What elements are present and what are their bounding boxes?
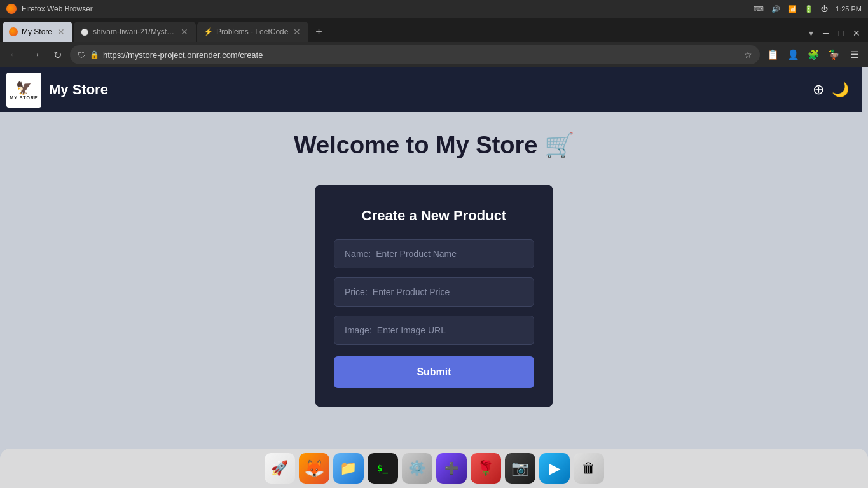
clock: 1:25 PM bbox=[836, 5, 862, 13]
bookmark-star-icon[interactable]: ☆ bbox=[744, 50, 752, 60]
dock-item-magnet[interactable]: ➕ bbox=[436, 453, 467, 484]
header-icons: ⊕ 🌙 bbox=[813, 81, 849, 98]
dock-item-terminal[interactable]: $_ bbox=[368, 453, 398, 484]
tab-bar: My Store ✕ ⚪ shivam-tiwari-21/MystorePro… bbox=[0, 18, 868, 42]
price-label: Price: bbox=[345, 287, 368, 297]
toolbar-icons: 📋 👤 🧩 🦆 ☰ bbox=[764, 46, 863, 64]
tab-mystore-favicon bbox=[9, 27, 18, 36]
tab-leetcode-favicon: ⚡ bbox=[203, 27, 212, 36]
keyboard-icon: ⌨ bbox=[754, 5, 764, 13]
main-content: 🦅 MY STORE My Store ⊕ 🌙 Welcome to My St… bbox=[0, 67, 868, 443]
tab-mystore-title: My Store bbox=[22, 27, 52, 36]
dark-mode-icon[interactable]: 🌙 bbox=[832, 81, 849, 98]
form-card: Create a New Product Name: Price: Image:… bbox=[315, 185, 553, 407]
tab-mystore[interactable]: My Store ✕ bbox=[3, 22, 72, 42]
back-button[interactable]: ← bbox=[5, 46, 23, 64]
name-input[interactable] bbox=[376, 249, 523, 259]
tab-github-favicon: ⚪ bbox=[80, 27, 89, 36]
welcome-title: Welcome to My Store 🛒 bbox=[294, 131, 574, 159]
lock-icon: 🔒 bbox=[90, 50, 99, 59]
maximize-button[interactable]: □ bbox=[835, 27, 848, 39]
shield-icon: 🛡 bbox=[78, 50, 86, 60]
menu-icon[interactable]: ☰ bbox=[845, 46, 863, 64]
pocket-icon[interactable]: 📋 bbox=[764, 46, 782, 64]
dock-item-rocket[interactable]: 🚀 bbox=[265, 453, 295, 484]
price-input[interactable] bbox=[373, 287, 523, 297]
tab-leetcode-title: Problems - LeetCode bbox=[216, 27, 288, 36]
tab-dropdown[interactable]: ▾ bbox=[804, 25, 818, 41]
image-field-container: Image: bbox=[334, 316, 534, 345]
add-product-icon[interactable]: ⊕ bbox=[813, 81, 824, 98]
dock-item-trash[interactable]: 🗑 bbox=[574, 453, 604, 484]
battery-icon: 🔋 bbox=[804, 5, 813, 13]
site-header: 🦅 MY STORE My Store ⊕ 🌙 bbox=[0, 67, 862, 112]
reload-button[interactable]: ↻ bbox=[48, 46, 66, 64]
power-icon: ⏻ bbox=[821, 5, 828, 13]
os-titlebar: Firefox Web Browser ⌨ 🔊 📶 🔋 ⏻ 1:25 PM bbox=[0, 0, 868, 18]
price-field-container: Price: bbox=[334, 277, 534, 307]
account-icon[interactable]: 👤 bbox=[784, 46, 802, 64]
window-controls: ─ □ ✕ bbox=[820, 27, 863, 39]
dock-item-files[interactable]: 📁 bbox=[333, 453, 364, 484]
name-label: Name: bbox=[345, 249, 371, 259]
url-text[interactable]: https://mystore-project.onrender.com/cre… bbox=[103, 50, 740, 60]
dock-item-screenshot[interactable]: 📷 bbox=[505, 453, 535, 484]
minimize-button[interactable]: ─ bbox=[820, 27, 832, 39]
addon-icon[interactable]: 🦆 bbox=[825, 46, 843, 64]
os-app-title: Firefox Web Browser bbox=[22, 4, 748, 13]
tab-github-title: shivam-tiwari-21/MystorePro... bbox=[93, 27, 176, 36]
dock-item-play[interactable]: ▶ bbox=[539, 453, 570, 484]
browser-chrome: My Store ✕ ⚪ shivam-tiwari-21/MystorePro… bbox=[0, 18, 868, 67]
volume-icon: 🔊 bbox=[771, 5, 780, 13]
image-input[interactable] bbox=[377, 325, 523, 335]
close-button[interactable]: ✕ bbox=[850, 27, 863, 39]
site-header-title: My Store bbox=[49, 81, 813, 98]
dock-item-settings[interactable]: ⚙️ bbox=[402, 453, 432, 484]
system-icons: ⌨ 🔊 📶 🔋 ⏻ 1:25 PM bbox=[754, 5, 862, 13]
tab-mystore-close[interactable]: ✕ bbox=[56, 25, 66, 38]
wifi-icon: 📶 bbox=[788, 5, 797, 13]
taskbar: 🚀 🦊 📁 $_ ⚙️ ➕ 🌹 📷 ▶ 🗑 bbox=[0, 449, 868, 488]
firefox-os-icon bbox=[6, 4, 17, 14]
tab-leetcode[interactable]: ⚡ Problems - LeetCode ✕ bbox=[197, 22, 308, 42]
dock-item-app-red[interactable]: 🌹 bbox=[471, 453, 501, 484]
tab-github[interactable]: ⚪ shivam-tiwari-21/MystorePro... ✕ bbox=[74, 22, 196, 42]
logo-bird-icon: 🦅 bbox=[16, 80, 32, 95]
site-logo: 🦅 MY STORE bbox=[6, 73, 41, 108]
forward-button[interactable]: → bbox=[27, 46, 45, 64]
name-field-container: Name: bbox=[334, 239, 534, 268]
image-label: Image: bbox=[345, 325, 372, 335]
tab-github-close[interactable]: ✕ bbox=[179, 25, 189, 38]
tab-leetcode-close[interactable]: ✕ bbox=[292, 25, 302, 38]
new-tab-button[interactable]: + bbox=[310, 23, 327, 41]
address-bar: ← → ↻ 🛡 🔒 https://mystore-project.onrend… bbox=[0, 42, 868, 67]
submit-button[interactable]: Submit bbox=[334, 356, 534, 388]
url-bar[interactable]: 🛡 🔒 https://mystore-project.onrender.com… bbox=[70, 45, 760, 64]
logo-small-text: MY STORE bbox=[10, 95, 38, 100]
extensions-icon[interactable]: 🧩 bbox=[804, 46, 822, 64]
form-title: Create a New Product bbox=[334, 207, 534, 224]
dock-item-firefox[interactable]: 🦊 bbox=[299, 453, 329, 484]
